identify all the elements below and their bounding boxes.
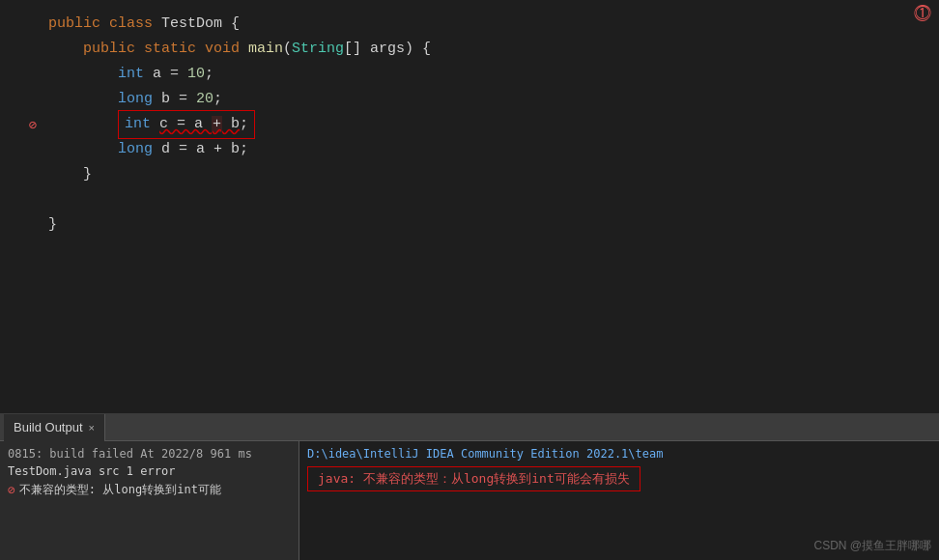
build-output-tab[interactable]: Build Output × (4, 414, 105, 441)
line-2-text: public static void main(String[] args) { (48, 37, 431, 62)
code-line-8 (0, 187, 939, 212)
line-6-text: long d = a + b; (48, 137, 248, 162)
code-line-6: long d = a + b; (0, 137, 939, 162)
line-7-text: } (48, 162, 92, 187)
gutter-5: ⊘ (0, 117, 44, 133)
code-editor: ⓵ public class TestDom { public static v… (0, 0, 939, 413)
panel-left: 0815: build failed At 2022/8 961 ms Test… (0, 441, 299, 560)
tab-label: Build Output (14, 420, 83, 434)
code-container: public class TestDom { public static voi… (0, 8, 939, 241)
java-error-box: java: 不兼容的类型：从long转换到int可能会有损失 (307, 466, 640, 491)
build-error-msg-line: ⊘ 不兼容的类型: 从long转换到int可能 (0, 480, 299, 500)
code-line-7: } (0, 162, 939, 187)
code-line-5: ⊘ int c = a + b; (0, 112, 939, 137)
build-path-line: D:\idea\IntelliJ IDEA Community Edition … (307, 445, 931, 462)
bottom-panel: Build Output × 0815: build failed At 202… (0, 413, 939, 560)
panel-right: D:\idea\IntelliJ IDEA Community Edition … (299, 441, 939, 560)
java-error-text: java: 不兼容的类型：从long转换到int可能会有损失 (318, 470, 630, 488)
build-file-line: TestDom.java src 1 error (0, 462, 299, 480)
line-4-text: long b = 20; (48, 87, 222, 112)
code-line-3: int a = 10; (0, 62, 939, 87)
panel-tab-bar: Build Output × (0, 414, 939, 441)
code-line-9: } (0, 212, 939, 238)
error-gutter-icon: ⊘ (29, 117, 37, 133)
code-line-2: public static void main(String[] args) { (0, 37, 939, 62)
line-5-text: int c = a + b; (48, 110, 255, 139)
line-1-text: public class TestDom { (48, 12, 240, 37)
line-9-text: } (48, 212, 57, 238)
line-8-text (48, 187, 57, 212)
code-line-1: public class TestDom { (0, 12, 939, 37)
code-line-4: long b = 20; (0, 87, 939, 112)
watermark: CSDN @摸鱼王胖哪哪 (813, 538, 931, 554)
panel-content: 0815: build failed At 2022/8 961 ms Test… (0, 441, 939, 560)
tab-close-button[interactable]: × (89, 422, 95, 434)
line-3-text: int a = 10; (48, 62, 213, 87)
build-error-icon: ⊘ (8, 483, 15, 497)
build-timestamp-line: 0815: build failed At 2022/8 961 ms (0, 445, 299, 462)
